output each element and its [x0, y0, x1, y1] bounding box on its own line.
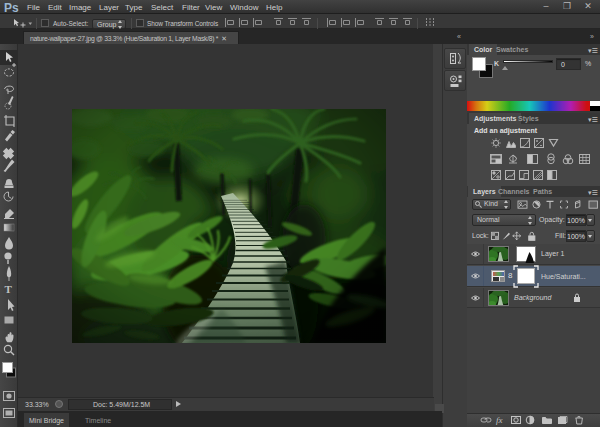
svg-text:fx: fx — [496, 415, 503, 425]
svg-text:T: T — [5, 283, 13, 295]
